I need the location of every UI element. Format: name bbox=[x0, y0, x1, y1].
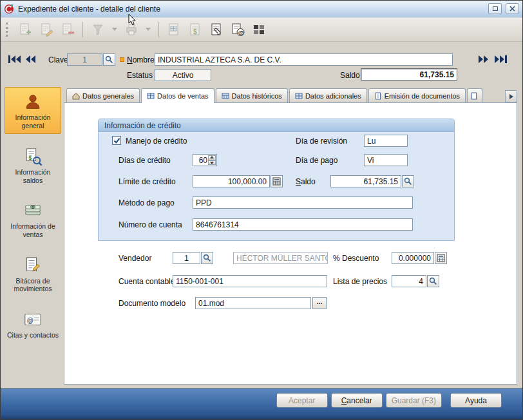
sidebar-item-informacion-saldos[interactable]: $ Información saldos bbox=[5, 142, 61, 188]
vendedor-search-button[interactable] bbox=[201, 252, 213, 264]
sidebar-item-informacion-de-ventas[interactable]: $ Información de ventas bbox=[5, 196, 61, 242]
credit-groupbox: Información de crédito Manejo de crédito… bbox=[98, 119, 455, 241]
print-dropdown-arrow[interactable] bbox=[146, 28, 151, 31]
descuento-calculator-button[interactable] bbox=[435, 252, 447, 264]
nombre-input[interactable]: INDUSTRIAL AZTECA S.A. DE C.V. bbox=[155, 53, 453, 66]
dias-credito-value: 60 bbox=[199, 156, 207, 165]
next-record-button[interactable] bbox=[476, 53, 491, 64]
tab-scroll-right-button[interactable] bbox=[505, 90, 517, 102]
check-icon bbox=[113, 137, 120, 144]
tab-emision-de-documentos[interactable]: Emisión de documentos bbox=[368, 88, 466, 102]
delete-record-button[interactable] bbox=[58, 21, 77, 39]
descuento-field[interactable]: 0.000000 bbox=[392, 252, 434, 264]
cuenta-contable-label: Cuenta contable bbox=[119, 277, 175, 286]
ayuda-button[interactable]: Ayuda bbox=[450, 393, 502, 408]
tab-label: Datos generales bbox=[82, 92, 134, 100]
tab-bar: Datos generales Datos de ventas Datos hi… bbox=[66, 88, 500, 103]
dias-credito-spinner[interactable] bbox=[208, 155, 216, 165]
tab-datos-generales[interactable]: Datos generales bbox=[66, 88, 140, 102]
required-marker bbox=[120, 57, 124, 62]
home-icon bbox=[72, 92, 80, 100]
saldo-credito-label: Saldo bbox=[296, 177, 316, 186]
numero-cuenta-label: Número de cuenta bbox=[119, 220, 182, 229]
dias-credito-field[interactable]: 60 bbox=[193, 154, 217, 166]
lista-precios-field[interactable]: 4 bbox=[392, 275, 426, 287]
nombre-label: Nombre bbox=[127, 55, 155, 64]
saldo-header-field: 61,735.15 bbox=[361, 68, 457, 81]
titlebar: Expediente del cliente - detalle del cli… bbox=[1, 1, 522, 17]
documento-modelo-browse-button[interactable]: ... bbox=[312, 297, 327, 309]
search-icon bbox=[404, 177, 412, 186]
sidebar-item-label: Bitácora de movimientos bbox=[6, 277, 60, 293]
lista-precios-search-button[interactable] bbox=[427, 275, 439, 287]
descuento-label: % Descuento bbox=[333, 254, 379, 263]
numero-cuenta-field[interactable]: 8646761314 bbox=[193, 218, 413, 231]
clave-search-button[interactable] bbox=[103, 53, 115, 66]
minimize-button[interactable] bbox=[488, 3, 502, 14]
search-icon bbox=[105, 55, 113, 64]
saldo-credito-field[interactable]: 61,735.15 bbox=[330, 175, 401, 187]
apps-grid-button[interactable] bbox=[249, 21, 269, 39]
svg-text:@: @ bbox=[238, 28, 244, 35]
estatus-field: Activo bbox=[155, 69, 211, 81]
toolbar-separator bbox=[82, 22, 83, 37]
email-button[interactable]: @ bbox=[228, 21, 247, 39]
clave-field[interactable]: 1 bbox=[67, 53, 102, 66]
cuenta-contable-field[interactable]: 1150-001-001 bbox=[173, 275, 327, 287]
estatus-label: Estatus bbox=[127, 71, 153, 80]
dia-revision-field[interactable]: Lu bbox=[364, 135, 408, 147]
limite-credito-field[interactable]: 100,000.00 bbox=[193, 175, 270, 187]
filter-button[interactable] bbox=[88, 21, 108, 39]
filter-icon bbox=[90, 22, 106, 37]
tab-datos-de-ventas[interactable]: Datos de ventas bbox=[141, 88, 214, 103]
previous-record-icon bbox=[24, 55, 36, 64]
toolbar-separator bbox=[158, 22, 159, 37]
tab-datos-historicos[interactable]: Datos históricos bbox=[216, 88, 288, 102]
attach-document-button[interactable] bbox=[207, 21, 226, 39]
tab-datos-adicionales[interactable]: Datos adicionales bbox=[289, 88, 367, 102]
clave-label: Clave bbox=[48, 55, 68, 64]
previous-record-button[interactable] bbox=[23, 53, 38, 64]
money-document-button[interactable]: $ bbox=[185, 21, 205, 39]
new-record-button[interactable] bbox=[15, 21, 35, 39]
manejo-credito-checkbox[interactable] bbox=[112, 136, 121, 145]
saldo-search-button[interactable] bbox=[402, 175, 414, 187]
tab-label: Datos históricos bbox=[232, 92, 282, 100]
documento-modelo-field[interactable]: 01.mod bbox=[195, 297, 311, 309]
metodo-pago-field[interactable]: PPD bbox=[193, 196, 413, 209]
search-icon bbox=[429, 277, 437, 285]
saldo-header-label: Saldo bbox=[340, 71, 360, 80]
dia-pago-field[interactable]: Vi bbox=[364, 154, 408, 166]
sidebar-item-label: Información de ventas bbox=[6, 222, 60, 238]
limite-calculator-button[interactable] bbox=[271, 175, 283, 187]
close-button[interactable] bbox=[506, 3, 519, 14]
guardar-button[interactable]: Guardar (F3) bbox=[386, 393, 442, 408]
sidebar-item-informacion-general[interactable]: Información general bbox=[5, 87, 61, 134]
search-icon bbox=[203, 254, 211, 262]
tab-label: Datos adicionales bbox=[305, 92, 361, 100]
first-record-icon bbox=[8, 55, 22, 64]
sidebar-item-bitacora-de-movimientos[interactable]: Bitácora de movimientos bbox=[5, 251, 61, 297]
cancelar-button[interactable]: Cancelar bbox=[331, 393, 383, 408]
edit-record-button[interactable] bbox=[37, 21, 56, 39]
tab-partial[interactable] bbox=[467, 88, 482, 102]
manejo-credito-label: Manejo de crédito bbox=[126, 137, 187, 146]
sidebar-item-citas-y-contactos[interactable]: @ Citas y contactos bbox=[5, 305, 61, 343]
content-area: Datos generales Datos de ventas Datos hi… bbox=[64, 88, 517, 385]
report-document-button[interactable] bbox=[164, 21, 184, 39]
toolbar-grip[interactable] bbox=[6, 23, 8, 37]
first-record-button[interactable] bbox=[7, 53, 23, 64]
last-record-button[interactable] bbox=[493, 53, 508, 64]
client-detail-window: Expediente del cliente - detalle del cli… bbox=[0, 0, 523, 420]
sidebar-item-label: Información saldos bbox=[6, 168, 60, 184]
log-list-icon bbox=[23, 256, 43, 275]
vendedor-nombre-field: HÉCTOR MÜLLER SANTOS bbox=[233, 252, 328, 264]
filter-dropdown-arrow[interactable] bbox=[112, 28, 117, 31]
record-header: Clave 1 Nombre INDUSTRIAL AZTECA S.A. DE… bbox=[1, 42, 522, 84]
limite-credito-label: Límite de crédito bbox=[119, 177, 176, 186]
document-icon bbox=[374, 92, 382, 100]
tab-label: Emisión de documentos bbox=[385, 92, 460, 100]
svg-text:$: $ bbox=[28, 155, 32, 161]
aceptar-button[interactable]: Aceptar bbox=[276, 393, 328, 408]
vendedor-field[interactable]: 1 bbox=[173, 252, 200, 264]
